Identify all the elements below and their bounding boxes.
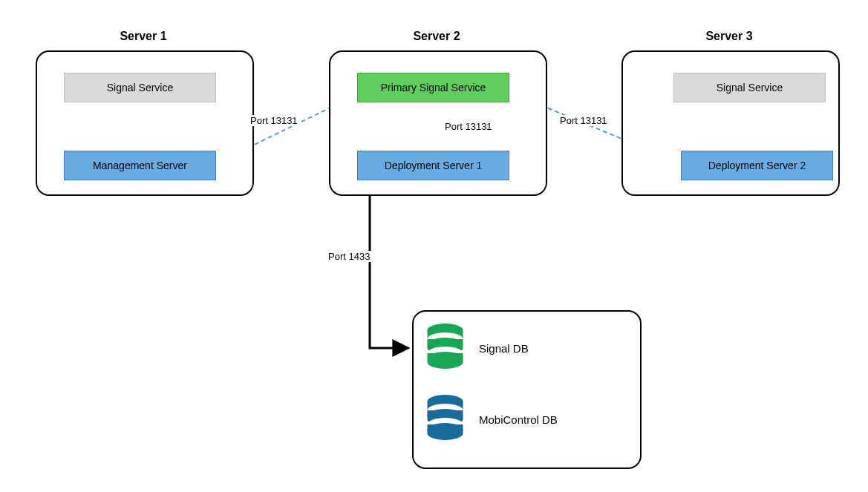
db-row-mobicontrol: MobiControl DB <box>425 393 558 445</box>
server3-signal-service: Signal Service <box>673 73 826 102</box>
server2-role: Deployment Server 1 <box>357 151 509 180</box>
primary-signal-service: Primary Signal Service <box>357 73 509 102</box>
server1-title: Server 1 <box>36 30 251 43</box>
server2-title: Server 2 <box>329 30 544 43</box>
label-mgmt-to-primary: Port 13131 <box>249 115 299 126</box>
server3-title: Server 3 <box>621 30 837 43</box>
database-icon <box>425 393 466 445</box>
svg-point-9 <box>428 423 463 436</box>
diagram-canvas: Server 1 Signal Service Management Serve… <box>0 0 868 492</box>
server3-role: Deployment Server 2 <box>681 151 833 180</box>
svg-point-4 <box>428 352 463 365</box>
database-icon <box>425 322 466 374</box>
label-deploy2-to-primary: Port 13131 <box>558 115 609 126</box>
server1-role: Management Server <box>64 151 216 180</box>
db-row-signal: Signal DB <box>425 322 529 374</box>
label-primary-to-db: Port 1433 <box>327 251 371 262</box>
server1-signal-service: Signal Service <box>64 73 216 102</box>
db-label-mobicontrol: MobiControl DB <box>479 413 558 426</box>
db-label-signal: Signal DB <box>479 342 529 355</box>
label-deploy1-to-primary: Port 13131 <box>443 121 494 132</box>
